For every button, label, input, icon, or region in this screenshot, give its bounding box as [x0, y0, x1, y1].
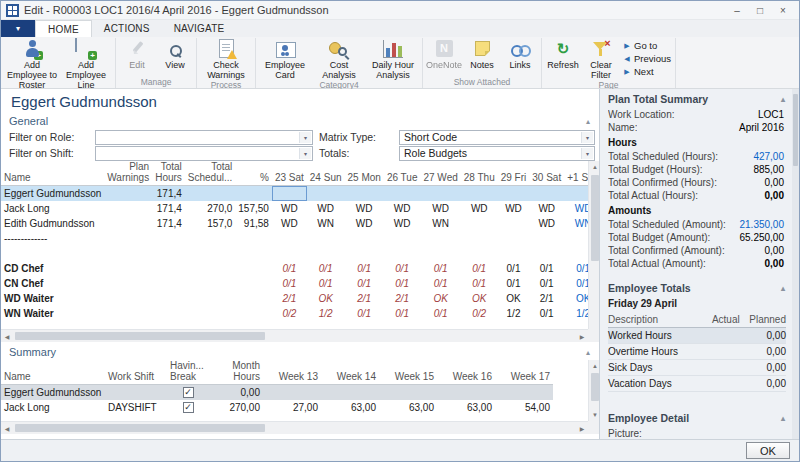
cell-day[interactable]	[307, 246, 345, 261]
cell-day[interactable]: 0/1	[529, 276, 564, 291]
cell-value[interactable]	[152, 291, 185, 306]
roster-row[interactable]: -------------	[1, 231, 588, 246]
general-section-header[interactable]: General ▴	[1, 113, 601, 129]
cell-value[interactable]	[185, 231, 235, 246]
scroll-left-icon[interactable]: ◀	[1, 330, 13, 342]
cell-name[interactable]: Eggert Gudmundsson	[1, 186, 104, 201]
cell-value[interactable]	[104, 216, 152, 231]
summary-row[interactable]: Eggert Gudmundsson✓0,00	[1, 385, 553, 400]
collapse-icon[interactable]: ▴	[776, 284, 790, 293]
cell-value[interactable]: 63,00	[321, 400, 379, 415]
cell-day[interactable]: 0/1	[384, 276, 421, 291]
scroll-thumb[interactable]	[591, 373, 599, 401]
column-header[interactable]: Week 13	[263, 360, 321, 385]
column-header[interactable]: 29 Fri	[498, 161, 530, 186]
cell-value[interactable]: 63,00	[437, 400, 495, 415]
cell-value[interactable]	[185, 291, 235, 306]
cell-day[interactable]: WN	[564, 216, 588, 231]
cell-day[interactable]: 0/1	[498, 276, 530, 291]
cell-name[interactable]: -------------	[1, 231, 104, 246]
cell-day[interactable]	[564, 246, 588, 261]
cell-day[interactable]: 0/1	[420, 306, 460, 321]
cell-value[interactable]	[104, 291, 152, 306]
column-header[interactable]: Plan Warnings	[104, 161, 152, 186]
checkbox[interactable]: ✓	[183, 387, 194, 398]
edit-button[interactable]: Edit	[118, 38, 156, 70]
roster-row[interactable]: Edith Gudmundsson171,4157,091,58WDWNWDWD…	[1, 216, 588, 231]
roster-row[interactable]: Jack Long171,4270,0157,50WDWDWDWDWDWDWDW…	[1, 201, 588, 216]
cell-day[interactable]	[384, 231, 421, 246]
scroll-thumb[interactable]	[15, 332, 265, 340]
cell-day[interactable]: WD	[345, 201, 384, 216]
cell-value[interactable]	[152, 231, 185, 246]
column-header[interactable]: 26 Tue	[384, 161, 421, 186]
cell-day[interactable]: 0/1	[461, 261, 498, 276]
cell-day[interactable]	[498, 246, 530, 261]
cell-day[interactable]	[420, 186, 460, 201]
totals-row[interactable]: Worked Hours 0,00	[608, 328, 786, 344]
cell-having-break[interactable]: ✓	[167, 385, 209, 400]
cell-day[interactable]: WD	[529, 201, 564, 216]
column-header[interactable]: 25 Mon	[345, 161, 384, 186]
cost-analysis-button[interactable]: Cost Analysis	[312, 38, 366, 80]
column-header[interactable]: +1 Sun	[564, 161, 588, 186]
cell-day[interactable]: WD	[498, 201, 530, 216]
cell-day[interactable]: WD	[461, 201, 498, 216]
cell-day[interactable]: 0/2	[272, 306, 307, 321]
totals-row[interactable]: Overtime Hours 0,00	[608, 344, 786, 360]
cell-having-break[interactable]: ✓	[167, 400, 209, 415]
minimize-button[interactable]: –	[726, 3, 748, 18]
cell-value[interactable]	[235, 246, 272, 261]
column-header[interactable]: Planned	[740, 313, 786, 328]
cell-day[interactable]: OK	[564, 291, 588, 306]
filter-on-role-combo[interactable]: ▾	[95, 130, 313, 145]
cell-day[interactable]: WN	[307, 216, 345, 231]
employee-card-button[interactable]: Employee Card	[258, 38, 312, 80]
column-header[interactable]: Week 14	[321, 360, 379, 385]
column-header[interactable]: Name	[1, 161, 104, 186]
cell-name[interactable]: CD Chef	[1, 261, 104, 276]
cell-name[interactable]: CN Chef	[1, 276, 104, 291]
scroll-thumb[interactable]	[15, 424, 265, 432]
cell-day[interactable]: OK	[461, 291, 498, 306]
column-header[interactable]: 23 Sat	[272, 161, 307, 186]
cell-value[interactable]: 171,4	[152, 186, 185, 201]
cell-day[interactable]	[345, 186, 384, 201]
cell-value[interactable]	[185, 306, 235, 321]
plan-total-summary-header[interactable]: Plan Total Summary ▴	[600, 89, 792, 108]
cell-value[interactable]	[152, 261, 185, 276]
cell-day[interactable]	[529, 231, 564, 246]
total-scheduled-hours-link[interactable]: 427,00	[753, 150, 784, 163]
checkbox[interactable]: ✓	[183, 402, 194, 413]
cell-day[interactable]	[529, 246, 564, 261]
column-header[interactable]: Description	[608, 313, 701, 328]
cell-day[interactable]: OK	[307, 291, 345, 306]
scroll-thumb[interactable]	[793, 94, 798, 166]
cell-day[interactable]: OK	[420, 291, 460, 306]
add-employee-line-button[interactable]: Add Employee Line	[59, 38, 113, 90]
daily-hour-analysis-button[interactable]: Daily Hour Analysis	[366, 38, 420, 80]
cell-value[interactable]	[235, 276, 272, 291]
cell-value[interactable]	[152, 276, 185, 291]
cell-day[interactable]: 0/1	[345, 306, 384, 321]
cell-value[interactable]: 270,0	[185, 201, 235, 216]
cell-day[interactable]: 0/1	[529, 306, 564, 321]
cell-day[interactable]: 0/1	[384, 306, 421, 321]
column-header[interactable]: Havin... Break	[167, 360, 209, 385]
cell-value[interactable]: 27,00	[263, 400, 321, 415]
collapse-summary-icon[interactable]: ▴	[581, 348, 595, 357]
scroll-left-icon[interactable]: ◀	[1, 422, 13, 434]
view-button[interactable]: View	[156, 38, 194, 70]
cell-day[interactable]: 0/1	[498, 261, 530, 276]
cell-value[interactable]	[235, 261, 272, 276]
roster-row[interactable]: Eggert Gudmundsson171,4	[1, 186, 588, 201]
cell-day[interactable]: WD	[272, 201, 307, 216]
collapse-icon[interactable]: ▴	[776, 414, 790, 423]
links-button[interactable]: Links	[501, 38, 539, 70]
cell-day[interactable]: WD	[307, 201, 345, 216]
cell-day[interactable]	[384, 186, 421, 201]
total-scheduled-amount-link[interactable]: 21.350,00	[740, 218, 785, 231]
cell-day[interactable]	[307, 186, 345, 201]
cell-value[interactable]	[104, 231, 152, 246]
cell-day[interactable]: 0/1	[384, 261, 421, 276]
